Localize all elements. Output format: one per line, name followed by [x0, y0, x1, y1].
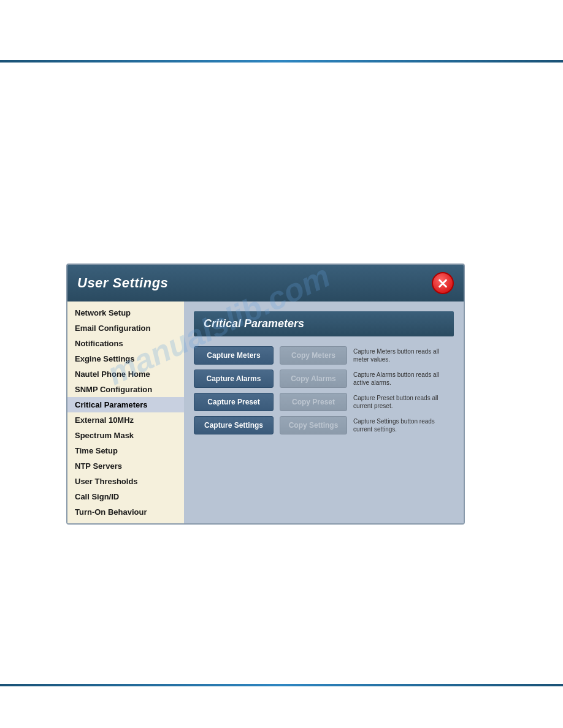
nav-item-snmp-configuration[interactable]: SNMP Configuration: [67, 382, 184, 397]
nav-item-exgine-settings[interactable]: Exgine Settings: [67, 351, 184, 366]
section-title: Critical Parameters: [194, 311, 454, 336]
param-row-alarms: Capture Alarms Copy Alarms Capture Alarm…: [194, 370, 454, 388]
param-row-meters: Capture Meters Copy Meters Capture Meter…: [194, 346, 454, 365]
capture-settings-button[interactable]: Capture Settings: [194, 416, 274, 434]
nav-item-spectrum-mask[interactable]: Spectrum Mask: [67, 428, 184, 443]
dialog-title: User Settings: [77, 275, 168, 291]
nav-item-network-setup[interactable]: Network Setup: [67, 305, 184, 320]
nav-item-call-sign-id[interactable]: Call Sign/ID: [67, 489, 184, 504]
nav-item-critical-parameters[interactable]: Critical Parameters: [67, 397, 184, 412]
nav-item-external-10mhz[interactable]: External 10MHz: [67, 412, 184, 428]
preset-description: Capture Preset button reads all current …: [353, 394, 454, 410]
left-navigation: Network Setup Email Configuration Notifi…: [67, 301, 184, 523]
nav-item-notifications[interactable]: Notifications: [67, 336, 184, 351]
dialog-titlebar: User Settings: [67, 265, 464, 301]
nav-item-email-configuration[interactable]: Email Configuration: [67, 320, 184, 336]
user-settings-dialog: User Settings Network Setup Email Config…: [66, 264, 465, 525]
nav-item-nautel-phone-home[interactable]: Nautel Phone Home: [67, 366, 184, 382]
dialog-body: Network Setup Email Configuration Notifi…: [67, 301, 464, 523]
capture-meters-button[interactable]: Capture Meters: [194, 346, 274, 365]
copy-settings-button: Copy Settings: [280, 416, 347, 434]
meters-description: Capture Meters button reads all meter va…: [353, 347, 454, 363]
nav-item-time-setup[interactable]: Time Setup: [67, 443, 184, 458]
alarms-description: Capture Alarms button reads all active a…: [353, 371, 454, 387]
bottom-decorative-bar: [0, 684, 563, 686]
parameters-rows: Capture Meters Copy Meters Capture Meter…: [194, 346, 454, 434]
capture-alarms-button[interactable]: Capture Alarms: [194, 370, 274, 388]
nav-item-turn-on-behaviour[interactable]: Turn-On Behaviour: [67, 504, 184, 520]
capture-preset-button[interactable]: Capture Preset: [194, 393, 274, 411]
param-row-settings: Capture Settings Copy Settings Capture S…: [194, 416, 454, 434]
copy-preset-button: Copy Preset: [280, 393, 347, 411]
nav-item-user-thresholds[interactable]: User Thresholds: [67, 474, 184, 489]
copy-alarms-button: Copy Alarms: [280, 370, 347, 388]
param-row-preset: Capture Preset Copy Preset Capture Prese…: [194, 393, 454, 411]
copy-meters-button: Copy Meters: [280, 346, 347, 365]
right-content-area: Critical Parameters Capture Meters Copy …: [184, 301, 464, 523]
settings-description: Capture Settings button reads current se…: [353, 417, 454, 433]
close-button[interactable]: [432, 272, 454, 294]
nav-item-ntp-servers[interactable]: NTP Servers: [67, 458, 184, 474]
top-decorative-bar: [0, 60, 563, 63]
